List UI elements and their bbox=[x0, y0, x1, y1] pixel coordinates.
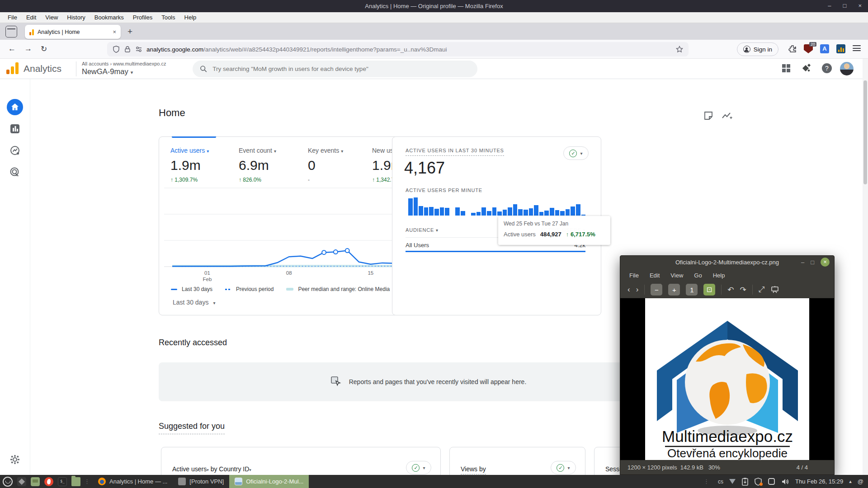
card-status-dropdown[interactable]: ✓ ▾ bbox=[551, 461, 576, 474]
breadcrumb[interactable]: All accounts › www.multimediaexpo.cz bbox=[82, 61, 166, 66]
period-selector[interactable]: Last 30 days▾ bbox=[173, 299, 215, 306]
taskbar-window-proton[interactable]: [Proton VPN] bbox=[173, 475, 229, 488]
active-users-per-minute-bar-chart[interactable] bbox=[408, 197, 585, 216]
chevron-down-icon[interactable]: ▾ bbox=[207, 468, 209, 472]
sidebar-item-home[interactable] bbox=[5, 97, 25, 117]
viewer-minimize-button[interactable]: – bbox=[801, 259, 804, 266]
next-image-button[interactable]: › bbox=[636, 285, 639, 294]
workspace-tray-icon[interactable] bbox=[768, 478, 775, 485]
forward-button[interactable]: → bbox=[24, 44, 32, 53]
viewer-close-button[interactable]: × bbox=[821, 258, 830, 267]
permissions-icon[interactable] bbox=[135, 46, 142, 53]
card-dimension[interactable]: Country ID bbox=[219, 465, 249, 473]
viewer-menu-help[interactable]: Help bbox=[708, 271, 730, 280]
launcher-firefox-icon[interactable] bbox=[44, 477, 53, 486]
zoom-100-button[interactable]: 1 bbox=[686, 284, 698, 296]
ai-sparkle-icon[interactable] bbox=[802, 64, 811, 73]
minimize-button[interactable]: – bbox=[828, 2, 831, 9]
help-icon[interactable]: ? bbox=[822, 63, 832, 73]
metric-key-events[interactable]: Key events▾ 0 - bbox=[308, 147, 343, 183]
mint-menu-button[interactable] bbox=[3, 477, 13, 487]
viewer-titlebar[interactable]: Oficialni-Logo-2-Multimediaexpo-cz.png –… bbox=[620, 256, 834, 269]
chevron-down-icon[interactable]: ▾ bbox=[207, 149, 209, 154]
best-fit-button[interactable]: ⊡ bbox=[703, 284, 715, 296]
protonvpn-tray-icon[interactable] bbox=[729, 479, 736, 484]
chevron-down-icon[interactable]: ▾ bbox=[341, 149, 343, 154]
realtime-title[interactable]: ACTIVE USERS IN LAST 30 MINUTES bbox=[406, 148, 504, 156]
grid-apps-icon[interactable] bbox=[782, 64, 790, 72]
tracking-protection-shield-icon[interactable] bbox=[113, 46, 120, 53]
insights-icon[interactable] bbox=[722, 111, 733, 121]
taskbar-clock[interactable]: Thu Feb 26, 15:29 bbox=[795, 478, 843, 485]
menu-bookmarks[interactable]: Bookmarks bbox=[90, 13, 128, 22]
lock-icon[interactable] bbox=[124, 46, 131, 53]
analytics-extension-icon[interactable] bbox=[836, 44, 845, 53]
viewer-menu-file[interactable]: File bbox=[625, 271, 643, 280]
breadcrumb-site[interactable]: www.multimediaexpo.cz bbox=[113, 61, 166, 66]
previous-image-button[interactable]: ‹ bbox=[627, 285, 630, 294]
notification-tray-icon[interactable]: @ bbox=[858, 478, 863, 485]
menu-profiles[interactable]: Profiles bbox=[129, 13, 156, 22]
tab-analytics-home[interactable]: Analytics | Home × bbox=[25, 25, 121, 39]
new-tab-button[interactable]: + bbox=[127, 27, 132, 37]
fullscreen-button[interactable]: ⤢ bbox=[759, 285, 765, 294]
zoom-out-button[interactable]: − bbox=[651, 284, 662, 296]
launcher-files-icon[interactable] bbox=[71, 477, 80, 486]
translate-extension-icon[interactable]: A bbox=[820, 44, 829, 53]
firefox-view-icon[interactable] bbox=[5, 26, 17, 38]
extensions-puzzle-icon[interactable] bbox=[788, 45, 797, 53]
sign-in-button[interactable]: Sign in bbox=[737, 42, 778, 56]
menu-tools[interactable]: Tools bbox=[157, 13, 179, 22]
card-metric[interactable]: Active users bbox=[172, 465, 207, 473]
card-status-dropdown[interactable]: ✓ ▾ bbox=[406, 461, 431, 474]
zoom-in-button[interactable]: + bbox=[668, 284, 680, 296]
audience-column-header[interactable]: AUDIENCE ▾ bbox=[406, 227, 439, 233]
search-input[interactable] bbox=[212, 66, 470, 72]
viewer-menu-view[interactable]: View bbox=[666, 271, 688, 280]
launcher-display-icon[interactable] bbox=[31, 477, 40, 486]
panel-expand-icon[interactable]: ▴ bbox=[849, 479, 852, 484]
reload-button[interactable]: ↻ bbox=[41, 44, 47, 54]
chevron-down-icon[interactable]: ▾ bbox=[249, 468, 251, 472]
back-button[interactable]: ← bbox=[8, 44, 16, 53]
firewall-shield-tray-icon[interactable] bbox=[755, 478, 762, 486]
viewer-menu-edit[interactable]: Edit bbox=[645, 271, 664, 280]
close-button[interactable]: × bbox=[858, 2, 862, 9]
rotate-right-button[interactable]: ↷ bbox=[740, 285, 746, 295]
sidebar-item-advertising[interactable] bbox=[5, 162, 25, 182]
clipboard-tray-icon[interactable] bbox=[741, 478, 749, 486]
menu-file[interactable]: File bbox=[4, 13, 21, 22]
menu-help[interactable]: Help bbox=[180, 13, 201, 22]
property-selector[interactable]: NewGA-9may▾ bbox=[82, 67, 133, 76]
launcher-software-icon[interactable] bbox=[17, 477, 26, 486]
maximize-button[interactable]: □ bbox=[843, 2, 847, 9]
sidebar-item-reports[interactable] bbox=[5, 119, 25, 139]
sidebar-item-explore[interactable] bbox=[5, 141, 25, 160]
tab-close-icon[interactable]: × bbox=[113, 28, 116, 35]
page-scrollbar[interactable] bbox=[863, 59, 868, 475]
viewer-restore-button[interactable]: □ bbox=[811, 259, 814, 266]
launcher-terminal-icon[interactable]: $_ bbox=[58, 477, 67, 486]
analytics-logo-icon[interactable] bbox=[6, 62, 20, 75]
realtime-status-dropdown[interactable]: ✓ ▾ bbox=[563, 146, 589, 160]
url-bar[interactable]: analytics.google.com/analytics/web/#/a82… bbox=[107, 42, 689, 56]
url-text[interactable]: analytics.google.com/analytics/web/#/a82… bbox=[146, 46, 672, 53]
menu-view[interactable]: View bbox=[41, 13, 62, 22]
viewer-menu-go[interactable]: Go bbox=[689, 271, 706, 280]
metric-event-count[interactable]: Event count▾ 6.9m ↑ 826.0% bbox=[239, 147, 276, 183]
app-menu-icon[interactable] bbox=[853, 45, 861, 51]
menu-history[interactable]: History bbox=[63, 13, 89, 22]
taskbar-window-image-viewer[interactable]: Oficialni-Logo-2-Mul... bbox=[229, 475, 309, 488]
scrollbar-thumb[interactable] bbox=[863, 80, 867, 184]
bookmark-star-icon[interactable] bbox=[676, 46, 683, 53]
keyboard-layout-indicator[interactable]: cs bbox=[718, 479, 723, 485]
avatar[interactable] bbox=[840, 62, 854, 75]
slideshow-button[interactable] bbox=[770, 285, 779, 294]
viewer-canvas[interactable]: Multimediaexpo.cz Otevřená encyklopedie bbox=[620, 298, 834, 461]
note-icon[interactable] bbox=[703, 111, 713, 121]
menu-edit[interactable]: Edit bbox=[22, 13, 40, 22]
ga-search-bar[interactable] bbox=[193, 61, 477, 77]
volume-tray-icon[interactable] bbox=[781, 478, 789, 485]
metric-active-users[interactable]: Active users▾ 1.9m ↑ 1,309.7% bbox=[170, 147, 209, 183]
breadcrumb-all-accounts[interactable]: All accounts bbox=[82, 61, 108, 66]
